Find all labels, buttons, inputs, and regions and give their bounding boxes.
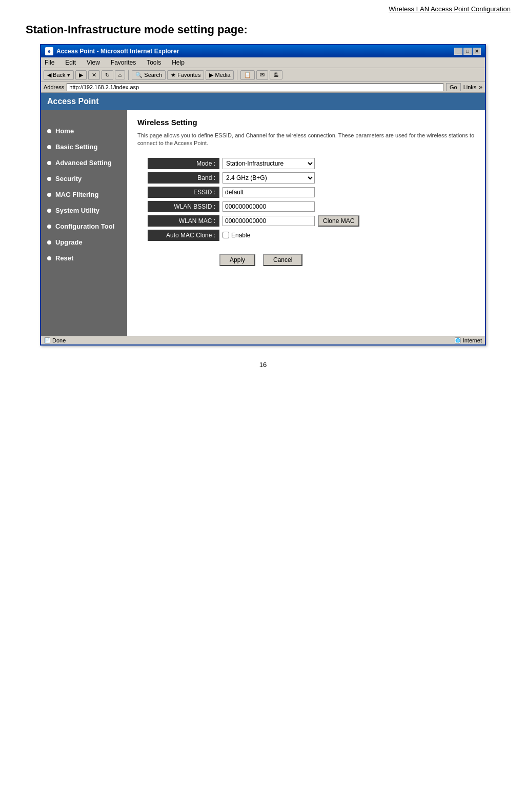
address-input[interactable] <box>67 83 443 91</box>
links-arrow: » <box>479 84 482 91</box>
bullet-reset <box>47 256 51 260</box>
home-button[interactable]: ⌂ <box>115 70 126 79</box>
close-button[interactable]: ✕ <box>473 48 481 55</box>
bullet-basic-setting <box>47 145 51 149</box>
titlebar-buttons: _ □ ✕ <box>454 48 481 55</box>
enable-checkbox-text: Enable <box>231 232 250 239</box>
status-right: 🌐 Internet <box>455 337 482 343</box>
form-row-wlan-bssid: WLAN BSSID : <box>148 201 464 212</box>
menu-bar: File Edit View Favorites Tools Help <box>41 57 485 68</box>
page-footer: 16 <box>10 361 516 369</box>
stop-button[interactable]: ✕ <box>88 70 100 80</box>
favorites-button[interactable]: ★ Favorites <box>167 70 204 80</box>
wlan-mac-input-cell: Clone MAC <box>219 215 359 227</box>
sidebar-item-upgrade[interactable]: Upgrade <box>41 234 127 250</box>
clone-mac-button[interactable]: Clone MAC <box>318 215 359 227</box>
history-button[interactable]: 📋 <box>240 70 255 80</box>
form-buttons: Apply Cancel <box>219 254 475 266</box>
bullet-security <box>47 177 51 181</box>
menu-edit[interactable]: Edit <box>64 58 77 67</box>
content-area: Wireless Setting This page allows you to… <box>127 110 485 336</box>
status-bar: 📄 Done 🌐 Internet <box>41 336 485 344</box>
auto-mac-input-cell: Enable <box>219 232 250 239</box>
sidebar-label-reset: Reset <box>55 254 73 262</box>
wlan-mac-input[interactable] <box>222 216 315 226</box>
mail-button[interactable]: ✉ <box>256 70 268 80</box>
sidebar-item-system-utility[interactable]: System Utility <box>41 202 127 218</box>
sidebar-item-security[interactable]: Security <box>41 171 127 187</box>
ap-header: Access Point <box>41 93 485 110</box>
wlan-bssid-label: WLAN BSSID : <box>148 201 219 212</box>
maximize-button[interactable]: □ <box>463 48 472 55</box>
band-label: Band : <box>148 172 219 184</box>
sidebar-item-reset[interactable]: Reset <box>41 250 127 266</box>
toolbar: ◀ Back ▾ ▶ ✕ ↻ ⌂ 🔍 Search ★ Favorites ▶ … <box>41 68 485 82</box>
forward-button[interactable]: ▶ <box>75 70 87 80</box>
page-title: Station-Infrastructure mode setting page… <box>26 23 516 36</box>
status-page-icon: 📄 <box>44 337 50 343</box>
media-button[interactable]: ▶ Media <box>206 70 234 80</box>
refresh-button[interactable]: ↻ <box>102 70 113 80</box>
sidebar: Home Basic Setting Advanced Setting Secu… <box>41 110 127 336</box>
status-internet-text: Internet <box>463 337 482 343</box>
sidebar-label-system-utility: System Utility <box>55 207 99 214</box>
toolbar-separator-1 <box>128 70 129 80</box>
form-row-mode: Mode : Station-Infrastructure AP Ad-Hoc <box>148 158 464 169</box>
browser-titlebar: e Access Point - Microsoft Internet Expl… <box>41 45 485 57</box>
page-header: Wireless LAN Access Point Configuration <box>10 5 516 13</box>
go-button[interactable]: Go <box>446 83 461 91</box>
back-button[interactable]: ◀ Back ▾ <box>44 70 74 80</box>
print-button[interactable]: 🖶 <box>270 70 282 79</box>
header-title: Wireless LAN Access Point Configuration <box>389 5 511 13</box>
sidebar-item-basic-setting[interactable]: Basic Setting <box>41 139 127 155</box>
sidebar-item-advanced-setting[interactable]: Advanced Setting <box>41 155 127 171</box>
form-row-essid: ESSID : <box>148 187 464 198</box>
sidebar-label-security: Security <box>55 175 82 182</box>
minimize-button[interactable]: _ <box>454 48 462 55</box>
menu-help[interactable]: Help <box>170 58 186 67</box>
browser-title: Access Point - Microsoft Internet Explor… <box>56 48 179 55</box>
essid-input[interactable] <box>222 187 315 197</box>
cancel-button[interactable]: Cancel <box>263 254 302 266</box>
titlebar-left: e Access Point - Microsoft Internet Expl… <box>45 47 179 55</box>
sidebar-label-home: Home <box>55 127 74 135</box>
form-row-auto-mac: Auto MAC Clone : Enable <box>148 230 464 241</box>
links-label: Links <box>463 84 477 90</box>
mode-input-cell: Station-Infrastructure AP Ad-Hoc <box>219 158 315 169</box>
essid-input-cell <box>219 187 315 197</box>
sidebar-item-mac-filtering[interactable]: MAC Filtering <box>41 187 127 202</box>
sidebar-label-configuration-tool: Configuration Tool <box>55 222 114 230</box>
sidebar-item-home[interactable]: Home <box>41 123 127 139</box>
search-button[interactable]: 🔍 Search <box>132 70 166 80</box>
bullet-home <box>47 129 51 133</box>
form-row-band: Band : 2.4 GHz (B+G) 2.4 GHz (B) 2.4 GHz… <box>148 172 464 184</box>
sidebar-item-configuration-tool[interactable]: Configuration Tool <box>41 218 127 234</box>
internet-globe-icon: 🌐 <box>455 337 461 343</box>
status-done-text: Done <box>52 337 66 343</box>
enable-checkbox[interactable] <box>222 232 229 238</box>
bullet-configuration-tool <box>47 225 51 229</box>
wlan-bssid-input[interactable] <box>222 201 315 212</box>
menu-view[interactable]: View <box>85 58 102 67</box>
sidebar-label-basic-setting: Basic Setting <box>55 143 97 151</box>
sidebar-spacer <box>41 115 127 123</box>
form-table: Mode : Station-Infrastructure AP Ad-Hoc … <box>148 158 464 241</box>
address-bar: Address Go Links » <box>41 82 485 93</box>
mode-label: Mode : <box>148 158 219 169</box>
browser-icon: e <box>45 47 53 55</box>
menu-favorites[interactable]: Favorites <box>109 58 137 67</box>
band-select[interactable]: 2.4 GHz (B+G) 2.4 GHz (B) 2.4 GHz (G) <box>222 172 315 184</box>
apply-button[interactable]: Apply <box>219 254 255 266</box>
bullet-advanced-setting <box>47 161 51 165</box>
sidebar-label-advanced-setting: Advanced Setting <box>55 159 112 167</box>
enable-label: Enable <box>222 232 250 239</box>
essid-label: ESSID : <box>148 187 219 198</box>
main-layout: Home Basic Setting Advanced Setting Secu… <box>41 110 485 336</box>
content-description: This page allows you to define ESSID, an… <box>137 132 475 148</box>
sidebar-label-mac-filtering: MAC Filtering <box>55 191 99 198</box>
menu-file[interactable]: File <box>43 58 56 67</box>
mode-select[interactable]: Station-Infrastructure AP Ad-Hoc <box>222 158 315 169</box>
form-row-wlan-mac: WLAN MAC : Clone MAC <box>148 215 464 227</box>
address-label: Address <box>44 84 64 90</box>
menu-tools[interactable]: Tools <box>145 58 163 67</box>
